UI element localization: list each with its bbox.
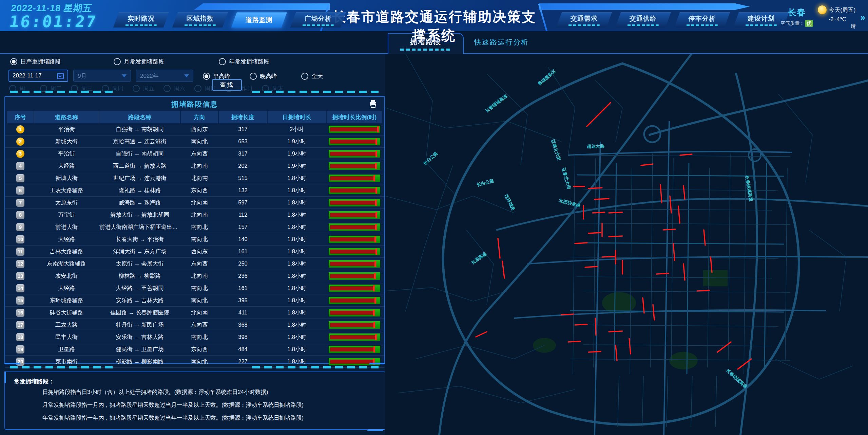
- congestion-segment: [589, 188, 602, 188]
- map-road-label: 长白公路: [422, 150, 439, 166]
- congestion-segment: [683, 186, 685, 199]
- nav-tab-left-2[interactable]: 道路监测: [231, 12, 287, 28]
- map-road-label: 北部快速路: [558, 198, 581, 208]
- radio-type-1[interactable]: 月常发拥堵路段: [114, 58, 164, 66]
- nav-tab-left-0[interactable]: 实时路况: [113, 12, 169, 28]
- radio-label: 年常发拥堵路段: [229, 58, 269, 66]
- table-row[interactable]: 5新城大街世纪广场 → 连云港街北向南5151.8小时: [5, 172, 384, 184]
- radio-label: 晚高峰: [260, 72, 277, 80]
- congestion-ratio-bar: [329, 309, 380, 316]
- year-select[interactable]: 2022年: [136, 70, 193, 82]
- printer-icon[interactable]: [369, 100, 377, 108]
- table-row[interactable]: 2新城大街京哈高速 → 连云港街南向北6531.9小时: [5, 135, 384, 148]
- nav-tab-left-3[interactable]: 广场分析: [290, 12, 346, 28]
- nav-tab-left-1[interactable]: 区域指数: [172, 12, 228, 28]
- date-picker[interactable]: 2022-11-17: [8, 70, 68, 82]
- congestion-table-panel: 拥堵路段信息 序号道路名称路段名称方向拥堵长度日拥堵时长拥堵时长比例(时) 1平…: [4, 96, 385, 364]
- table-row[interactable]: 16硅谷大街辅路佳园路 → 长春肿瘤医院北向南4111.8小时: [5, 307, 384, 319]
- table-row[interactable]: 12东南湖大路辅路太原街 → 会展大街东向西2501.8小时: [5, 258, 384, 270]
- congestion-segment: [589, 233, 601, 233]
- congestion-segment: [609, 212, 622, 213]
- tab-underline-dashes: [400, 49, 451, 51]
- rank-badge: 10: [16, 235, 24, 243]
- congestion-segment: [616, 345, 617, 361]
- table-row[interactable]: 19卫星路健民街 → 卫星广场东向西4841.8小时: [5, 343, 384, 356]
- tab-underline-dashes: [687, 24, 718, 26]
- rank-badge: 19: [16, 345, 24, 354]
- weather-today: 今天(周五): [829, 6, 855, 14]
- map-road-label: 长春绕城高速: [484, 93, 508, 114]
- congestion-segment: [663, 229, 675, 230]
- congestion-segment: [575, 324, 587, 325]
- radio-label: 周四: [112, 85, 123, 92]
- table-row[interactable]: 6工农大路辅路隆礼路 → 桂林路东向西1321.8小时: [5, 184, 384, 197]
- column-header-6: 拥堵时长比例(时): [327, 111, 382, 123]
- note-line: 月常发拥堵路段指一月内，拥堵路段星期天数超过当月一半及以上天数。(数据源：浮动车…: [42, 401, 304, 409]
- congestion-segment: [697, 290, 709, 291]
- table-title: 拥堵路段信息: [5, 97, 384, 111]
- nav-tab-right-2[interactable]: 停车分析: [674, 12, 730, 28]
- table-row[interactable]: 13农安北街柳林路 → 柳影路北向南2361.8小时: [5, 270, 384, 282]
- table-row[interactable]: 14大经路大经路 → 至善胡同南向北1611.8小时: [5, 282, 384, 294]
- radio-type-0[interactable]: 日严重拥堵路段: [10, 58, 61, 66]
- congestion-ratio-bar: [329, 297, 380, 304]
- table-row[interactable]: 8万宝街解放大街 → 解放北胡同北向南1121.8小时: [5, 209, 384, 221]
- nav-group-right: 交通需求交通供给停车分析建设计划: [559, 12, 786, 28]
- table-row[interactable]: 10大经路长春大街 → 平治街南向北1401.8小时: [5, 233, 384, 246]
- nav-tab-right-1[interactable]: 交通供给: [615, 12, 671, 28]
- congestion-segment: [660, 185, 662, 203]
- table-body: 1平治街自强街 → 南胡胡同西向东3172小时2新城大街京哈高速 → 连云港街南…: [5, 123, 384, 368]
- table-row[interactable]: 9前进大街前进大街南湖广场下桥匝道出口 → ...南向北1571.8小时: [5, 221, 384, 233]
- congestion-ratio-bar: [329, 211, 380, 219]
- map-canvas[interactable]: 长春绕城高速春城服务区超达大路长白公路长白公路亚泰北大街亚泰北大街西环城路北部快…: [385, 53, 868, 435]
- header-time: 16:01:27: [8, 14, 98, 30]
- notes-panel: 常发拥堵路段： 日拥堵路段指当日3小时（含）以上处于拥堵的路段。(数据源：浮动车…: [4, 371, 386, 430]
- column-header-0: 序号: [7, 111, 34, 123]
- decor-dashes: [252, 91, 382, 93]
- radio-type-2[interactable]: 年常发拥堵路段: [219, 58, 269, 66]
- radio-period-1[interactable]: 晚高峰: [250, 72, 277, 80]
- table-row[interactable]: 7太原东街威海路 → 珠海路北向南5971.8小时: [5, 197, 384, 209]
- radio-icon: [10, 58, 17, 65]
- table-row[interactable]: 17工农大路牡丹街 → 新民广场东向西3681.8小时: [5, 319, 384, 331]
- search-button[interactable]: 查找: [212, 79, 242, 91]
- nav-tab-right-0[interactable]: 交通需求: [556, 12, 612, 28]
- table-row[interactable]: 3平治街自强街 → 南胡胡同东向西3171.9小时: [5, 148, 384, 160]
- congestion-ratio-bar: [329, 162, 380, 170]
- congestion-segment: [568, 341, 580, 342]
- congestion-segment: [609, 331, 622, 332]
- decor-dashes: [10, 366, 114, 368]
- congestion-ratio-bar: [329, 333, 380, 341]
- map-road-labels: 长春绕城高速春城服务区超达大路长白公路长白公路亚泰北大街亚泰北大街西环城路北部快…: [422, 68, 754, 389]
- map-city-grid: [570, 153, 790, 427]
- rank-badge: 16: [16, 309, 24, 317]
- note-line: 年常发拥堵路段指一年内，拥堵路段星期天数超过当年一半及以上天数。(数据源：浮动车…: [42, 414, 304, 422]
- city-name: 长春: [780, 7, 813, 18]
- rank-badge: 12: [16, 260, 24, 268]
- rank-badge: 13: [16, 272, 24, 280]
- radio-period-2[interactable]: 全天: [301, 72, 323, 80]
- tab-underline-dashes: [746, 24, 777, 26]
- radio-label: 日严重拥堵路段: [20, 58, 61, 66]
- decor-dashes: [10, 91, 114, 93]
- table-row[interactable]: 1平治街自强街 → 南胡胡同西向东3172小时: [5, 123, 384, 135]
- page-title: 长春市道路交通运行辅助决策支撑系统: [331, 7, 538, 45]
- weather-more-arrow[interactable]: »: [861, 12, 865, 23]
- table-row[interactable]: 15东环城路辅路安乐路 → 吉林大路南向北3951.8小时: [5, 294, 384, 307]
- table-row[interactable]: 11吉林大路辅路洋浦大街 → 东方广场西向东1611.8小时: [5, 246, 384, 258]
- weather-condition: 晴: [818, 23, 855, 30]
- table-row[interactable]: 4大经路西二道街 → 解放大路北向南2021.9小时: [5, 160, 384, 172]
- congestion-overlay: [476, 103, 751, 369]
- congestion-segment: [678, 206, 680, 223]
- tab-underline-dashes: [628, 24, 659, 26]
- map-road-label: 长春绕城高速: [725, 367, 748, 389]
- congestion-segment: [498, 238, 500, 258]
- radio-icon: [250, 73, 257, 80]
- congestion-ratio-bar: [329, 199, 380, 206]
- table-row[interactable]: 18民丰大街安乐街 → 吉林大路南向北3981.8小时: [5, 331, 384, 343]
- column-header-4: 拥堵长度: [219, 111, 267, 123]
- chevron-down-icon: [184, 74, 189, 80]
- month-select[interactable]: 9月: [73, 70, 131, 82]
- table-header-row: 序号道路名称路段名称方向拥堵长度日拥堵时长拥堵时长比例(时): [5, 111, 384, 123]
- congestion-ratio-bar: [329, 272, 380, 280]
